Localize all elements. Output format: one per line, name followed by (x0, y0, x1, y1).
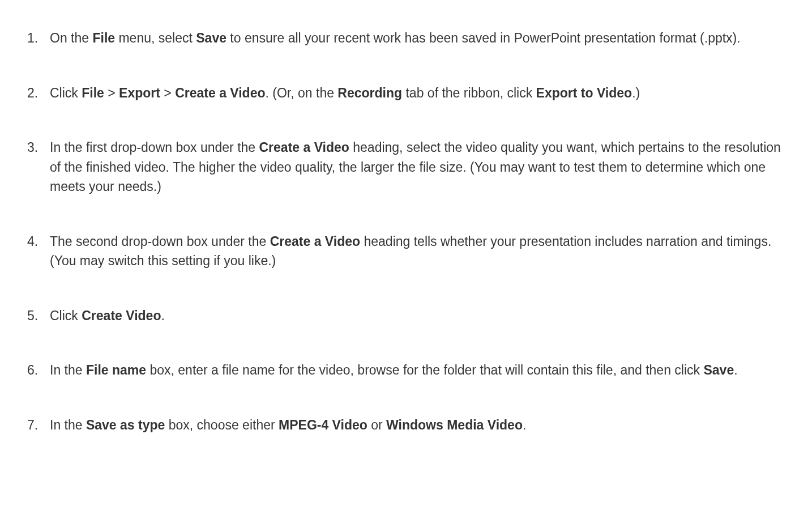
bold-term: Create Video (82, 308, 161, 323)
bold-term: Create a Video (270, 234, 360, 249)
step-text: menu, select (115, 31, 196, 45)
bold-term: Save as type (86, 418, 165, 432)
bold-term: File name (86, 363, 146, 377)
instruction-step-1: On the File menu, select Save to ensure … (23, 28, 789, 48)
bold-term: Export to Video (536, 86, 632, 100)
bold-term: Windows Media Video (386, 418, 523, 432)
step-text: .) (632, 86, 640, 100)
instruction-step-6: In the File name box, enter a file name … (23, 360, 789, 380)
step-text: On the (50, 31, 92, 45)
step-text: > (104, 86, 119, 100)
step-text: . (734, 363, 737, 377)
step-text: . (Or, on the (266, 86, 338, 100)
step-text: . (161, 308, 164, 323)
bold-term: File (92, 31, 115, 45)
bold-term: File (82, 86, 104, 100)
step-text: to ensure all your recent work has been … (226, 31, 741, 45)
step-text: In the (50, 418, 86, 432)
bold-term: Save (703, 363, 734, 377)
step-text: Click (50, 308, 82, 323)
step-text: In the first drop-down box under the (50, 140, 259, 155)
bold-term: Export (119, 86, 160, 100)
step-text: box, enter a file name for the video, br… (146, 363, 703, 377)
bold-term: Create a Video (175, 86, 265, 100)
instruction-step-7: In the Save as type box, choose either M… (23, 415, 789, 435)
bold-term: Create a Video (259, 140, 349, 155)
instruction-step-5: Click Create Video. (23, 306, 789, 326)
bold-term: MPEG-4 Video (279, 418, 367, 432)
bold-term: Recording (337, 86, 402, 100)
instruction-step-4: The second drop-down box under the Creat… (23, 232, 789, 271)
step-text: > (160, 86, 175, 100)
step-text: Click (50, 86, 82, 100)
instruction-list: On the File menu, select Save to ensure … (23, 28, 789, 435)
step-text: tab of the ribbon, click (402, 86, 536, 100)
step-text: box, choose either (165, 418, 279, 432)
step-text: . (523, 418, 526, 432)
step-text: The second drop-down box under the (50, 234, 270, 249)
instruction-step-2: Click File > Export > Create a Video. (O… (23, 83, 789, 103)
instruction-step-3: In the first drop-down box under the Cre… (23, 138, 789, 197)
step-text: or (367, 418, 386, 432)
bold-term: Save (196, 31, 226, 45)
step-text: In the (50, 363, 86, 377)
